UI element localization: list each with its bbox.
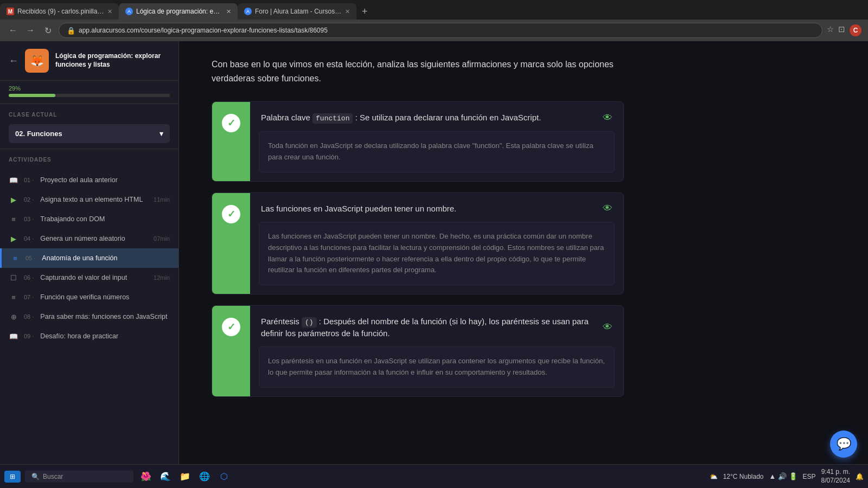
checkbox-icon-06: ☐ <box>9 273 18 282</box>
q1-prefix: Palabra clave <box>261 113 312 122</box>
progress-section: 29% <box>0 81 178 104</box>
taskbar-files-icon[interactable]: 📁 <box>177 468 193 485</box>
activity-duration-04: 07min <box>154 235 170 242</box>
tab-alura-course-label: Lógica de programación: explora... <box>136 8 223 15</box>
new-tab-button[interactable]: + <box>356 3 373 20</box>
alura-course-favicon: A <box>125 8 133 15</box>
activity-label-04: Genera un número aleatorio <box>40 235 125 242</box>
chat-float-button[interactable]: 💬 <box>830 431 857 458</box>
tab-gmail-close[interactable]: ✕ <box>107 8 112 15</box>
tab-gmail-label: Recibidos (9) - carlos.pinilla1@d... <box>17 8 104 15</box>
notifications-icon[interactable]: 🔔 <box>856 473 864 480</box>
q2-suffix: Las funciones en JavaScript pueden tener… <box>261 204 456 213</box>
activity-num-02: 02 · <box>24 196 34 203</box>
profile-icon[interactable]: C <box>850 24 861 36</box>
extension-icon[interactable]: ⊡ <box>838 24 845 36</box>
activity-item-01[interactable]: 📖 01 · Proyecto del aula anterior <box>0 170 178 190</box>
question-explanation-3: Los paréntesis en una función en JavaScr… <box>259 346 615 388</box>
refresh-button[interactable]: ↻ <box>41 25 54 36</box>
question-header-3: Paréntesis () : Después del nombre de la… <box>250 306 623 346</box>
activity-num-04: 04 · <box>24 235 34 242</box>
course-title: Lógica de programación: explorar funcion… <box>55 52 170 69</box>
activity-item-05[interactable]: ≡ 05 · Anatomía de una función <box>0 248 178 268</box>
question-body-3: Paréntesis () : Después del nombre de la… <box>250 306 623 396</box>
address-bar: ← → ↻ 🔒 app.aluracursos.com/course/logic… <box>0 20 868 41</box>
taskbar-vscode-icon[interactable]: ⬡ <box>216 468 232 485</box>
q3-code: () <box>302 317 317 328</box>
activity-item-02[interactable]: ▶ 02 · Asigna texto a un elemento HTML 1… <box>0 190 178 209</box>
bookmark-icon[interactable]: ☆ <box>827 24 834 36</box>
question-body-1: Palabra clave function : Se utiliza para… <box>250 102 623 181</box>
sidebar-back-button[interactable]: ← <box>9 55 18 67</box>
book-icon-09: 📖 <box>9 331 18 341</box>
taskbar-right: ⛅ 12°C Nublado ▲ 🔊 🔋 ESP 9:41 p. m. 8/07… <box>710 468 864 485</box>
activity-item-08[interactable]: ⊕ 08 · Para saber más: funciones con Jav… <box>0 307 178 326</box>
progress-bar-fill <box>9 94 55 97</box>
taskbar-pinned-icons: 🌺 🌊 📁 🌐 ⬡ <box>138 468 232 485</box>
check-circle-2: ✓ <box>222 205 240 223</box>
download-icon-08: ⊕ <box>9 312 18 322</box>
taskbar-search[interactable]: 🔍 Buscar <box>25 471 133 483</box>
tab-alura-forum-label: Foro | Alura Latam - Cursos onli... <box>255 8 342 15</box>
question-check-2: ✓ <box>212 193 250 294</box>
tab-gmail[interactable]: M Recibidos (9) - carlos.pinilla1@d... ✕ <box>0 3 119 20</box>
activity-label-05: Anatomía de una función <box>42 254 117 262</box>
book-icon-01: 📖 <box>9 175 18 185</box>
url-input[interactable]: 🔒 app.aluracursos.com/course/logica-prog… <box>59 23 822 38</box>
section-label-class: CLASE ACTUAL <box>0 104 178 121</box>
eye-icon-3[interactable]: 👁 <box>603 322 612 333</box>
course-logo: 🦊 <box>25 49 49 73</box>
question-body-2: Las funciones en JavaScript pueden tener… <box>250 193 623 294</box>
alura-forum-favicon: A <box>244 8 252 15</box>
question-header-2: Las funciones en JavaScript pueden tener… <box>250 193 623 222</box>
tab-alura-forum-close[interactable]: ✕ <box>345 8 350 15</box>
browser-action-icons: ☆ ⊡ C <box>827 24 861 36</box>
tab-alura-course-close[interactable]: ✕ <box>226 8 231 15</box>
activity-num-05: 05 · <box>25 255 35 261</box>
activities-list: 📖 01 · Proyecto del aula anterior ▶ 02 ·… <box>0 166 178 346</box>
eye-icon-2[interactable]: 👁 <box>603 203 612 214</box>
search-label: Buscar <box>43 473 63 480</box>
back-button[interactable]: ← <box>7 25 20 35</box>
forward-button[interactable]: → <box>24 25 37 35</box>
tab-alura-course[interactable]: A Lógica de programación: explora... ✕ <box>119 3 238 20</box>
eye-icon-1[interactable]: 👁 <box>603 112 612 124</box>
app-container: ← 🦊 Lógica de programación: explorar fun… <box>0 41 868 464</box>
start-button[interactable]: ⊞ <box>4 471 21 483</box>
video-icon-04: ▶ <box>9 234 18 243</box>
question-explanation-1: Toda función en JavaScript se declara ut… <box>259 131 615 172</box>
activity-label-07: Función que verifica números <box>40 293 129 301</box>
search-icon: 🔍 <box>31 473 40 480</box>
activity-num-06: 06 · <box>24 274 34 281</box>
system-tray-icons: ▲ 🔊 🔋 <box>769 472 797 480</box>
section-label-activities: ACTIVIDADES <box>0 149 178 166</box>
class-dropdown[interactable]: 02. Funciones ▾ <box>9 124 170 143</box>
activity-label-09: Desafío: hora de practicar <box>40 332 118 340</box>
q1-code: function <box>312 113 353 124</box>
taskbar: ⊞ 🔍 Buscar 🌺 🌊 📁 🌐 ⬡ ⛅ 12°C Nublado ▲ 🔊 … <box>0 464 868 488</box>
main-content: Con base en lo que vimos en esta lección… <box>179 41 868 464</box>
sidebar-course-info: Lógica de programación: explorar funcion… <box>55 52 170 69</box>
activity-item-09[interactable]: 📖 09 · Desafío: hora de practicar <box>0 326 178 346</box>
activity-item-04[interactable]: ▶ 04 · Genera un número aleatorio 07min <box>0 229 178 248</box>
taskbar-edge-icon[interactable]: 🌊 <box>157 468 174 485</box>
activity-label-08: Para saber más: funciones con JavaScript <box>40 313 170 320</box>
taskbar-chrome-icon[interactable]: 🌐 <box>196 468 213 485</box>
question-title-1: Palabra clave function : Se utiliza para… <box>261 112 596 124</box>
taskbar-flower-icon[interactable]: 🌺 <box>138 468 154 485</box>
check-circle-1: ✓ <box>222 114 240 132</box>
activity-label-01: Proyecto del aula anterior <box>40 176 117 184</box>
tab-alura-forum[interactable]: A Foro | Alura Latam - Cursos onli... ✕ <box>238 3 356 20</box>
q3-prefix: Paréntesis <box>261 317 302 326</box>
clock-date: 8/07/2024 <box>821 477 850 485</box>
activity-item-03[interactable]: ≡ 03 · Trabajando con DOM <box>0 209 178 229</box>
activity-item-06[interactable]: ☐ 06 · Capturando el valor del input 12m… <box>0 268 178 287</box>
weather-icon: ⛅ <box>710 473 718 480</box>
question-card-2: ✓ Las funciones en JavaScript pueden ten… <box>212 192 624 294</box>
activity-item-07[interactable]: ≡ 07 · Función que verifica números <box>0 287 178 307</box>
question-card-1: ✓ Palabra clave function : Se utiliza pa… <box>212 101 624 182</box>
video-icon-02: ▶ <box>9 195 18 204</box>
sidebar: ← 🦊 Lógica de programación: explorar fun… <box>0 41 179 464</box>
list-icon-05: ≡ <box>10 253 20 263</box>
list-icon-07: ≡ <box>9 292 18 302</box>
